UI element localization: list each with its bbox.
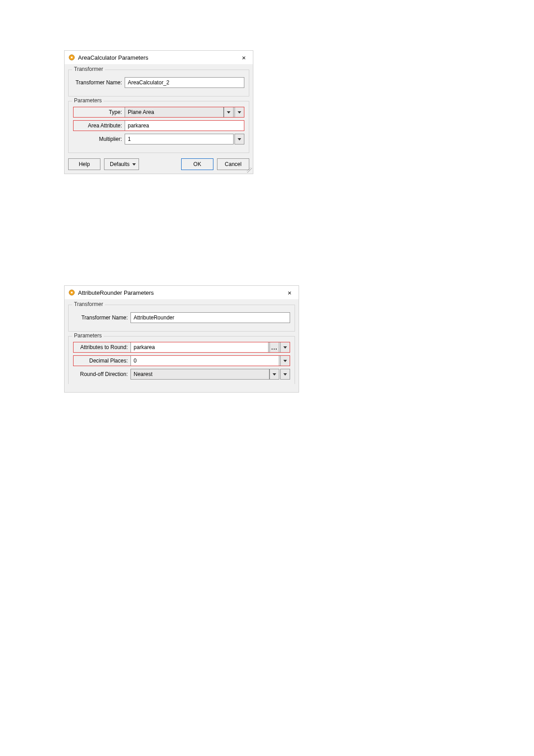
round-off-direction-row: Round-off Direction: Nearest <box>73 369 290 380</box>
area-attribute-input[interactable]: parkarea <box>125 120 244 131</box>
transformer-name-input[interactable]: AttributeRounder <box>130 312 290 323</box>
round-off-direction-label: Round-off Direction: <box>73 371 130 377</box>
transformer-name-value: AttributeRounder <box>134 315 174 321</box>
dialog-title: AttributeRounder Parameters <box>78 289 283 296</box>
resize-grip-icon[interactable] <box>247 167 252 173</box>
titlebar: AreaCalculator Parameters × <box>65 51 253 64</box>
transformer-name-input[interactable]: AreaCalculator_2 <box>125 77 244 88</box>
transformer-name-value: AreaCalculator_2 <box>128 79 169 86</box>
close-icon: × <box>242 54 246 61</box>
decimal-places-combo: 0 <box>130 355 290 366</box>
attributes-to-round-value: parkarea <box>134 344 155 350</box>
areacalculator-parameters-dialog: AreaCalculator Parameters × Transformer … <box>64 50 253 174</box>
round-off-direction-menu-button[interactable] <box>280 369 290 380</box>
svg-point-1 <box>71 57 73 58</box>
fme-transformer-icon <box>68 54 75 61</box>
round-off-direction-value: Nearest <box>134 371 152 377</box>
round-off-direction-combo: Nearest <box>130 369 290 380</box>
attributerounder-parameters-dialog: AttributeRounder Parameters × Transforme… <box>64 285 299 393</box>
transformer-group: Transformer Transformer Name: AreaCalcul… <box>68 70 249 96</box>
area-attribute-row: Area Attribute: parkarea <box>73 120 244 131</box>
svg-point-3 <box>71 292 73 293</box>
multiplier-value: 1 <box>128 136 131 142</box>
close-icon: × <box>288 289 292 297</box>
type-menu-button[interactable] <box>234 107 244 118</box>
dialog-body: Transformer Transformer Name: AreaCalcul… <box>65 64 253 174</box>
decimal-places-label: Decimal Places: <box>73 358 130 364</box>
transformer-group: Transformer Transformer Name: AttributeR… <box>68 305 295 332</box>
decimal-places-menu-button[interactable] <box>280 355 290 366</box>
chevron-down-icon <box>238 138 241 140</box>
area-attribute-label: Area Attribute: <box>73 122 125 129</box>
chevron-down-icon <box>238 111 241 114</box>
decimal-places-input[interactable]: 0 <box>130 355 279 366</box>
attributes-menu-button[interactable] <box>280 342 290 353</box>
type-row: Type: Plane Area <box>73 107 244 118</box>
attributes-to-round-label: Attributes to Round: <box>73 344 130 350</box>
type-value: Plane Area <box>128 109 154 115</box>
close-button[interactable]: × <box>283 288 296 297</box>
help-button[interactable]: Help <box>68 158 100 170</box>
ellipsis-icon: ... <box>271 344 278 351</box>
button-row: Help Defaults OK Cancel <box>68 158 249 170</box>
round-off-direction-dropdown-button[interactable] <box>269 369 279 380</box>
multiplier-row: Multiplier: 1 <box>73 134 244 144</box>
close-button[interactable]: × <box>238 52 250 62</box>
type-input[interactable]: Plane Area <box>125 107 224 118</box>
decimal-places-row: Decimal Places: 0 <box>73 355 290 366</box>
chevron-down-icon <box>283 360 287 362</box>
dialog-body: Transformer Transformer Name: AttributeR… <box>65 299 299 392</box>
group-legend: Parameters <box>72 332 104 339</box>
attributes-to-round-input[interactable]: parkarea <box>130 342 269 353</box>
group-legend: Parameters <box>72 97 104 104</box>
multiplier-combo: 1 <box>125 134 244 144</box>
attributes-picker-button[interactable]: ... <box>269 342 279 353</box>
transformer-name-label: Transformer Name: <box>73 315 130 321</box>
type-label: Type: <box>73 109 125 115</box>
type-dropdown-button[interactable] <box>224 107 234 118</box>
parameters-group: Parameters Type: Plane Area Area Attribu… <box>68 101 249 153</box>
round-off-direction-input[interactable]: Nearest <box>130 369 269 380</box>
dialog-title: AreaCalculator Parameters <box>78 54 238 61</box>
chevron-down-icon <box>132 163 136 166</box>
ok-button[interactable]: OK <box>181 158 213 170</box>
multiplier-label: Multiplier: <box>73 136 125 142</box>
titlebar: AttributeRounder Parameters × <box>65 286 299 299</box>
multiplier-menu-button[interactable] <box>234 134 244 144</box>
attributes-to-round-combo: parkarea ... <box>130 342 290 353</box>
multiplier-input[interactable]: 1 <box>125 134 234 144</box>
group-legend: Transformer <box>72 66 105 72</box>
type-combo: Plane Area <box>125 107 244 118</box>
chevron-down-icon <box>283 346 287 349</box>
chevron-down-icon <box>227 111 230 114</box>
area-attribute-value: parkarea <box>128 122 149 129</box>
attributes-to-round-row: Attributes to Round: parkarea ... <box>73 342 290 353</box>
cancel-button[interactable]: Cancel <box>217 158 249 170</box>
defaults-button[interactable]: Defaults <box>104 158 139 170</box>
transformer-name-row: Transformer Name: AreaCalculator_2 <box>73 77 244 88</box>
decimal-places-value: 0 <box>134 358 137 364</box>
group-legend: Transformer <box>72 301 105 307</box>
fme-transformer-icon <box>68 289 75 296</box>
transformer-name-label: Transformer Name: <box>73 79 125 86</box>
chevron-down-icon <box>273 373 276 376</box>
chevron-down-icon <box>283 373 287 376</box>
parameters-group: Parameters Attributes to Round: parkarea… <box>68 336 295 384</box>
transformer-name-row: Transformer Name: AttributeRounder <box>73 312 290 323</box>
